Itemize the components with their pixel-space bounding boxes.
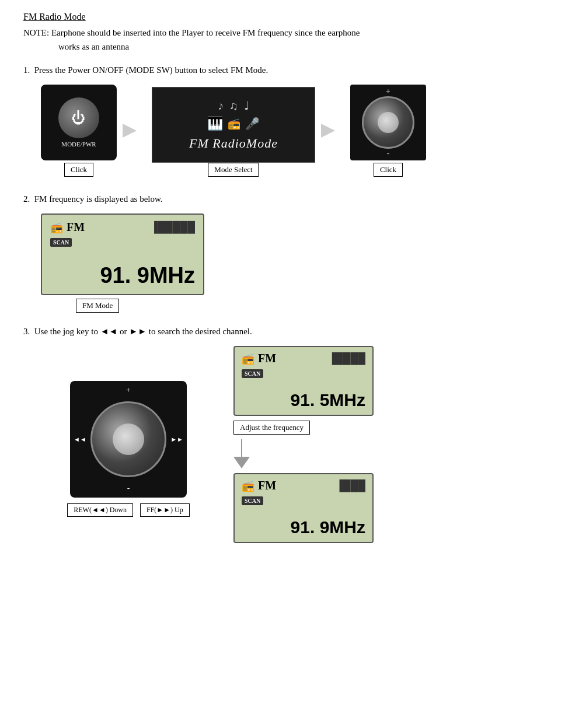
ff-button-label: FF(►►) Up — [140, 503, 190, 517]
fm-screen-step3-bottom: 📻 FM ▐███ SCAN 91. 9MHz — [233, 473, 374, 543]
step2-label: 2. FM frequency is displayed as below. — [23, 194, 542, 204]
mode-select-label-container: Mode Select — [208, 163, 259, 177]
scan-badge-step3-top: SCAN — [242, 368, 365, 378]
fm-screen-step3-top: 📻 FM ▐████ SCAN 91. 5MHz — [233, 346, 374, 416]
fm-mode-title: FM RadioMode — [189, 136, 278, 151]
fm-label-step3-top: FM — [258, 352, 276, 365]
fm-screen-step2: 📻 FM ▐█████ SCAN 91. 9MHz — [41, 214, 204, 295]
scan-badge-step2: SCAN — [50, 236, 195, 247]
music-icon-2: ♫ — [229, 99, 238, 113]
click-label-right: Click — [350, 163, 426, 177]
freq-display-step2: 91. 9MHz — [50, 263, 195, 288]
v-arrow — [233, 457, 250, 468]
step3-left: ◄◄ ►► + - REW(◄◄) Down FF(►►) Up — [41, 346, 216, 543]
step2-diagram: 📻 FM ▐█████ SCAN 91. 9MHz FM Mode — [41, 214, 542, 313]
ff-icon: ►► — [170, 436, 183, 443]
step1-label: 1. Press the Power ON/OFF (MODE SW) butt… — [23, 65, 542, 75]
fm-radio-icon-step3-top: 📻 — [242, 352, 254, 365]
step3-diagram: ◄◄ ►► + - REW(◄◄) Down FF(►►) Up 📻 — [41, 346, 542, 543]
fm-mode-icons-row: ♪ ♫ ♩ — [218, 99, 249, 113]
fm-label-step3-bottom: FM — [258, 479, 276, 492]
step1-section: 1. Press the Power ON/OFF (MODE SW) butt… — [23, 65, 542, 177]
knob-col: + - Click — [350, 85, 426, 177]
jog-inner — [113, 424, 144, 455]
knob-device: + - — [350, 85, 426, 160]
fm-icon-row-step3-bottom: 📻 FM — [242, 479, 276, 492]
music-icon-1: ♪ — [218, 99, 224, 113]
music-icon-3: ♩ — [244, 99, 249, 113]
click-left-box: Click — [64, 163, 93, 177]
scan-badge-step3-bottom: SCAN — [242, 495, 365, 505]
fm-mode-display: ♪ ♫ ♩ 🎹 📻 🎤 FM RadioMode — [152, 87, 315, 163]
fm-icon-row-step2: 📻 FM — [50, 220, 85, 234]
step1-diagram: ⏻ MODE/PWR Click ♪ ♫ ♩ 🎹 — [41, 85, 542, 177]
click-right-box: Click — [374, 163, 403, 177]
adjust-frequency-label: Adjust the frequency — [233, 421, 310, 435]
note-section: NOTE: Earphone should be inserted into t… — [23, 26, 542, 54]
jog-knob — [90, 401, 166, 477]
knob-circle — [362, 96, 414, 149]
fm-screen-top-step2: 📻 FM ▐█████ — [50, 220, 195, 234]
step3-section: 3. Use the jog key to ◄◄ or ►► to search… — [23, 327, 542, 543]
keyboard-icon: 🎹 — [207, 116, 223, 131]
fm-label-step2: FM — [67, 220, 85, 234]
adjust-label-container: Adjust the frequency — [233, 421, 310, 435]
click-label-left: Click — [41, 163, 117, 177]
page-title: FM Radio Mode — [23, 12, 542, 22]
knob-wrapper: + - — [362, 96, 414, 149]
jog-plus: + — [126, 386, 131, 395]
fm-mode-screen-col: ♪ ♫ ♩ 🎹 📻 🎤 FM RadioMode Mode Select — [152, 87, 315, 174]
knob-plus: + — [386, 87, 390, 96]
knob-inner — [378, 112, 399, 133]
mode-pwr-button-circle: ⏻ — [58, 97, 99, 138]
mode-select-label: Mode Select — [208, 163, 259, 177]
fm-mode-devices-row: 🎹 📻 🎤 — [207, 116, 260, 131]
fm-mode-label-container: FM Mode — [76, 299, 119, 313]
battery-icon-step2: ▐█████ — [150, 221, 195, 233]
knob-minus: - — [387, 149, 390, 158]
arrow-right-2 — [321, 124, 344, 138]
fm-screen3-bottom-row: 📻 FM ▐███ — [242, 479, 365, 492]
note-line2: works as an antenna — [58, 42, 129, 51]
power-icon: ⏻ — [72, 110, 86, 126]
freq-display-step3-bottom: 91. 9MHz — [242, 517, 365, 537]
down-arrow — [233, 439, 250, 468]
rew-button-label: REW(◄◄) Down — [67, 503, 133, 517]
mode-pwr-text: MODE/PWR — [61, 141, 96, 148]
v-line — [241, 439, 242, 457]
fm-radio-icon-step2: 📻 — [50, 221, 63, 234]
freq-display-step3-top: 91. 5MHz — [242, 390, 365, 410]
jog-device: ◄◄ ►► + - — [70, 381, 187, 498]
fm-icon-row-step3-top: 📻 FM — [242, 352, 276, 365]
mode-pwr-col: ⏻ MODE/PWR Click — [41, 85, 117, 177]
step3-right: 📻 FM ▐████ SCAN 91. 5MHz Adjust the freq… — [233, 346, 542, 543]
rew-icon: ◄◄ — [74, 436, 86, 443]
fm-mode-label: FM Mode — [76, 299, 119, 313]
step2-section: 2. FM frequency is displayed as below. 📻… — [23, 194, 542, 313]
radio-icon: 📻 — [228, 117, 240, 130]
battery-icon-step3-bottom: ▐███ — [336, 480, 365, 492]
jog-buttons-row: REW(◄◄) Down FF(►►) Up — [67, 503, 190, 517]
mode-pwr-device: ⏻ MODE/PWR — [41, 85, 117, 160]
jog-minus: - — [127, 484, 130, 493]
mic-icon: 🎤 — [245, 117, 260, 131]
fm-screen3-top-row: 📻 FM ▐████ — [242, 352, 365, 365]
battery-icon-step3-top: ▐████ — [328, 352, 365, 365]
note-line1: NOTE: Earphone should be inserted into t… — [23, 28, 360, 37]
fm-radio-icon-step3-bottom: 📻 — [242, 480, 254, 492]
step3-label: 3. Use the jog key to ◄◄ or ►► to search… — [23, 327, 542, 337]
arrow-right-1 — [123, 124, 146, 138]
